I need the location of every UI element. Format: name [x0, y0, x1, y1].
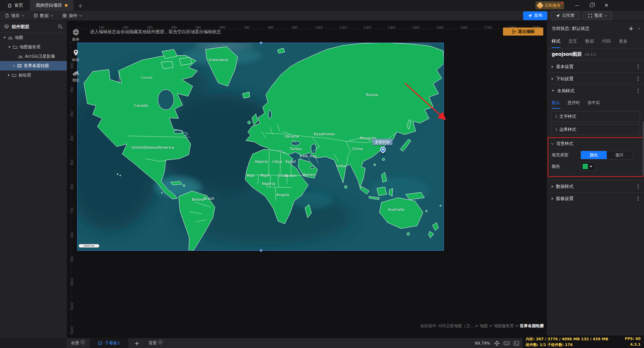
restore-button[interactable] — [584, 0, 599, 11]
chevron-down-icon — [21, 14, 24, 16]
chevron-right-icon[interactable] — [8, 74, 10, 77]
map-country-label: Angola — [276, 193, 289, 197]
custom-service-badge[interactable]: 定制服务 — [536, 1, 564, 9]
board-tab-label: 子看板1 — [105, 340, 120, 346]
section-label: 基本设置 — [556, 64, 573, 70]
map-country-label: Greenland — [209, 58, 228, 62]
sidebar-item-map-service-layer[interactable]: 地图服务层 — [0, 42, 67, 52]
menu-data[interactable]: 数据 — [29, 11, 58, 20]
world-map-component[interactable]: GreenlandCanadaCanadaRussiaUnitedStateso… — [77, 43, 444, 251]
section-data-style[interactable]: 数据样式 — [547, 180, 644, 192]
home-tab[interactable]: 首页 — [0, 0, 30, 11]
section-panel-settings[interactable]: 面板设置 — [547, 192, 644, 204]
send-icon — [528, 13, 532, 18]
card-border-style[interactable]: 边界样式 — [551, 124, 640, 135]
menu-actions[interactable]: 操作 — [58, 11, 87, 20]
cloud-host-button[interactable]: 云托管 — [551, 11, 580, 20]
tab-more[interactable]: 更多 — [619, 38, 628, 48]
publish-label: 发布 — [534, 13, 543, 18]
home-icon — [7, 3, 12, 8]
chevron-down-icon[interactable] — [3, 37, 6, 39]
state-bar: 当前状态: 默认状态 + › — [547, 21, 644, 34]
folder-icon — [13, 45, 17, 49]
menu-project[interactable]: 项目 — [0, 11, 29, 20]
tab-code[interactable]: 代码 — [602, 38, 611, 48]
fit-view-icon[interactable] — [494, 341, 500, 346]
bottom-bar: 前景 + 子看板1 + 背景 + 69.79% 内存: 307 / 3 — [0, 338, 644, 348]
panel-scrollbar[interactable] — [643, 121, 644, 175]
publish-button[interactable]: 发布 — [523, 11, 547, 20]
chevron-down-icon[interactable] — [8, 46, 11, 48]
preview-label: 预览 — [594, 13, 603, 18]
kebab-menu-icon[interactable] — [636, 75, 640, 82]
search-icon[interactable] — [58, 24, 63, 29]
kebab-menu-icon[interactable] — [636, 183, 640, 190]
map-country-label: Yemen — [303, 172, 315, 177]
title-bar-right: 定制服务 ✕ — [536, 0, 644, 11]
kebab-menu-icon[interactable] — [636, 87, 640, 94]
kebab-menu-icon[interactable] — [636, 63, 640, 70]
chevron-right-icon[interactable] — [13, 64, 15, 67]
tab-interaction[interactable]: 交互 — [568, 38, 577, 48]
background-style-header[interactable]: 背景样式 — [552, 138, 639, 149]
gem-icon — [537, 2, 544, 9]
map-marker-label[interactable]: 多算科技 — [372, 139, 393, 145]
color-row: 颜色 — [552, 161, 639, 172]
card-text-style[interactable]: 文字样式 — [551, 111, 640, 122]
layers-icon — [4, 24, 9, 29]
map-country-label: Egypt — [285, 159, 296, 164]
tool-service[interactable]: 服务 — [68, 29, 83, 42]
chevron-right-icon — [552, 78, 553, 80]
map-country-label: Nigeria — [262, 182, 275, 186]
preview-button[interactable]: 预览 — [583, 11, 612, 20]
minimize-button[interactable] — [569, 0, 584, 11]
background-button[interactable]: 背景 + — [145, 338, 167, 348]
project-tab[interactable]: 我的空白项目 — [30, 0, 74, 11]
menu-data-label: 数据 — [40, 13, 49, 19]
fill-option-image[interactable]: 图片 — [607, 151, 633, 159]
add-board-button[interactable]: + — [129, 340, 144, 347]
tool-plot[interactable]: 标绘 — [68, 49, 83, 62]
subtab-hover[interactable]: 悬停时 — [567, 100, 580, 109]
map-country-label: Russia — [366, 93, 378, 97]
title-bar: 首页 我的空白项目 + 定制服务 ✕ — [0, 0, 644, 11]
unsaved-dot-icon — [65, 4, 67, 7]
fill-option-color[interactable]: 颜色 — [581, 151, 607, 159]
chevron-down-icon — [552, 90, 554, 92]
section-basic-settings[interactable]: 基本设置 — [547, 60, 644, 72]
map-scale-bar: 2000 km — [79, 244, 99, 248]
zoom-level[interactable]: 69.79% — [475, 341, 490, 346]
menu-actions-label: 操作 — [69, 13, 78, 19]
kebab-menu-icon[interactable] — [636, 195, 640, 202]
exit-edit-button[interactable]: 退出编辑 — [503, 28, 543, 36]
subtab-selected[interactable]: 选中后 — [588, 100, 600, 109]
sidebar-item-plot-layer[interactable]: 标绘层 — [0, 70, 67, 80]
new-tab-button[interactable]: + — [74, 0, 87, 11]
tool-survey[interactable]: 测绘 — [68, 70, 83, 83]
add-state-button[interactable]: + — [629, 25, 633, 32]
section-global-style[interactable]: 全局样式 — [547, 85, 644, 97]
tab-style[interactable]: 样式 — [552, 38, 560, 48]
sidebar-item-world-outline[interactable]: 世界各国轮廓 — [0, 61, 67, 70]
sidebar-item-arcgis-satellite[interactable]: ArcGis卫星影像 — [0, 52, 67, 61]
close-button[interactable]: ✕ — [599, 0, 614, 11]
component-header: geojson图层 v4.3.1 — [547, 48, 644, 60]
foreground-button[interactable]: 前景 + — [67, 338, 89, 348]
menu-bar-right: 发布 云托管 预览 — [523, 11, 612, 20]
color-swatch-green — [583, 164, 588, 169]
tool-plot-label: 标绘 — [72, 57, 80, 62]
component-name: geojson图层 — [552, 51, 582, 57]
board-tab[interactable]: 子看板1 — [89, 338, 129, 348]
keyboard-icon[interactable] — [504, 341, 510, 346]
section-drilldown-settings[interactable]: 下钻设置 — [547, 72, 644, 85]
color-picker[interactable] — [581, 162, 595, 171]
design-canvas[interactable]: 1002003004005006007008009001000110012001… — [67, 21, 547, 338]
tab-data[interactable]: 数据 — [585, 38, 594, 48]
chevron-down-icon — [79, 14, 82, 16]
circle-plus-icon[interactable]: + — [158, 340, 163, 344]
circle-plus-icon[interactable]: + — [81, 340, 85, 344]
sidebar-item-map[interactable]: 地图 — [0, 33, 67, 42]
subtab-default[interactable]: 默认 — [552, 100, 560, 109]
terminal-icon[interactable] — [514, 341, 519, 346]
collapse-panel-button[interactable]: › — [638, 26, 640, 31]
